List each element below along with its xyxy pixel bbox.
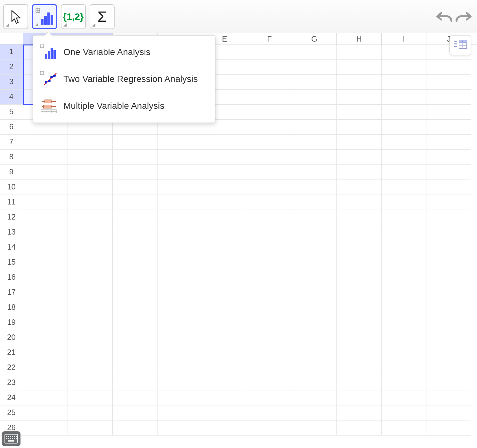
cell[interactable]: [247, 105, 292, 120]
cell[interactable]: [337, 345, 382, 360]
cell[interactable]: [247, 150, 292, 165]
cell[interactable]: [202, 255, 247, 270]
cell[interactable]: [158, 180, 202, 195]
cell[interactable]: [426, 285, 471, 300]
cell[interactable]: [292, 375, 337, 390]
cell[interactable]: [23, 345, 68, 360]
cell[interactable]: [23, 210, 68, 225]
cell[interactable]: [337, 360, 382, 375]
cell[interactable]: [382, 60, 426, 75]
cell[interactable]: [68, 405, 113, 420]
menu-item-two-variable[interactable]: Two Variable Regression Analysis: [33, 66, 215, 92]
cell[interactable]: [113, 420, 158, 436]
cell[interactable]: [23, 270, 68, 285]
list-tool-button[interactable]: {1,2}: [61, 4, 86, 29]
cell[interactable]: [113, 270, 158, 285]
cell[interactable]: [426, 180, 471, 195]
cell[interactable]: [23, 375, 68, 390]
row-header[interactable]: 21: [0, 345, 23, 360]
cell[interactable]: [68, 270, 113, 285]
cell[interactable]: [337, 60, 382, 75]
redo-button[interactable]: [455, 9, 474, 24]
cell[interactable]: [382, 105, 426, 120]
cell[interactable]: [337, 315, 382, 330]
cell[interactable]: [426, 255, 471, 270]
cell[interactable]: [68, 420, 113, 436]
cell[interactable]: [337, 135, 382, 150]
row-header[interactable]: 17: [0, 285, 23, 300]
cell[interactable]: [202, 390, 247, 405]
cell[interactable]: [382, 195, 426, 210]
cell[interactable]: [202, 405, 247, 420]
cell[interactable]: [426, 240, 471, 255]
cell[interactable]: [292, 315, 337, 330]
cell[interactable]: [202, 225, 247, 240]
cell[interactable]: [247, 375, 292, 390]
cell[interactable]: [292, 345, 337, 360]
cell[interactable]: [292, 255, 337, 270]
cell[interactable]: [382, 255, 426, 270]
menu-item-one-variable[interactable]: One Variable Analysis: [33, 39, 215, 66]
cell[interactable]: [202, 180, 247, 195]
cell[interactable]: [158, 360, 202, 375]
cell[interactable]: [247, 210, 292, 225]
cell[interactable]: [337, 240, 382, 255]
cell[interactable]: [292, 300, 337, 315]
cell[interactable]: [426, 75, 471, 90]
cell[interactable]: [113, 165, 158, 180]
cell[interactable]: [426, 165, 471, 180]
cell[interactable]: [158, 345, 202, 360]
row-header[interactable]: 16: [0, 270, 23, 285]
cell[interactable]: [247, 285, 292, 300]
cell[interactable]: [247, 44, 292, 60]
cell[interactable]: [68, 375, 113, 390]
row-header[interactable]: 10: [0, 180, 23, 195]
cell[interactable]: [382, 240, 426, 255]
cell[interactable]: [426, 330, 471, 345]
cell[interactable]: [202, 315, 247, 330]
cell[interactable]: [68, 135, 113, 150]
cell[interactable]: [202, 240, 247, 255]
cell[interactable]: [382, 270, 426, 285]
cell[interactable]: [158, 270, 202, 285]
cell[interactable]: [68, 315, 113, 330]
cell[interactable]: [292, 165, 337, 180]
cell[interactable]: [247, 330, 292, 345]
cell[interactable]: [23, 150, 68, 165]
cell[interactable]: [426, 90, 471, 105]
cell[interactable]: [292, 120, 337, 135]
cell[interactable]: [426, 345, 471, 360]
cell[interactable]: [113, 285, 158, 300]
cell[interactable]: [68, 210, 113, 225]
row-header[interactable]: 23: [0, 375, 23, 390]
cell[interactable]: [202, 300, 247, 315]
cell[interactable]: [426, 390, 471, 405]
cell[interactable]: [382, 315, 426, 330]
cell[interactable]: [202, 420, 247, 436]
cell[interactable]: [426, 270, 471, 285]
cell[interactable]: [23, 255, 68, 270]
cell[interactable]: [292, 285, 337, 300]
cell[interactable]: [337, 195, 382, 210]
cell[interactable]: [247, 90, 292, 105]
cell[interactable]: [337, 270, 382, 285]
cell[interactable]: [292, 60, 337, 75]
cell[interactable]: [292, 44, 337, 60]
cell[interactable]: [68, 345, 113, 360]
cell[interactable]: [68, 390, 113, 405]
cell[interactable]: [158, 255, 202, 270]
cell[interactable]: [247, 300, 292, 315]
cell[interactable]: [337, 120, 382, 135]
cell[interactable]: [202, 195, 247, 210]
col-header-h[interactable]: H: [337, 33, 382, 44]
cell[interactable]: [337, 75, 382, 90]
cell[interactable]: [202, 345, 247, 360]
cell[interactable]: [426, 300, 471, 315]
cell[interactable]: [247, 315, 292, 330]
cell[interactable]: [292, 405, 337, 420]
col-header-i[interactable]: I: [382, 33, 426, 44]
row-header[interactable]: 1: [0, 44, 23, 60]
cell[interactable]: [68, 180, 113, 195]
cell[interactable]: [158, 300, 202, 315]
cell[interactable]: [337, 420, 382, 436]
